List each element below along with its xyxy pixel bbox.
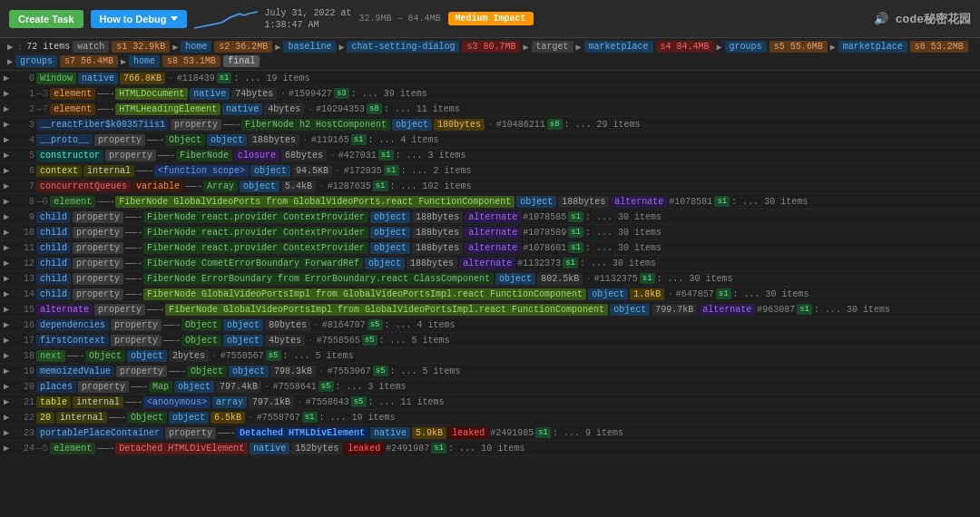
table-row[interactable]: ▶ 10 child property ——→ FiberNode react.… xyxy=(0,225,980,240)
key-label: Window xyxy=(36,73,76,84)
row-expand-icon[interactable]: ▶ xyxy=(4,165,13,176)
row-expand-icon[interactable]: ▶ xyxy=(4,73,13,83)
key-label: alternate xyxy=(36,304,93,316)
id-tag: #1132373 xyxy=(517,258,561,268)
row-expand-icon[interactable]: ▶ xyxy=(4,319,13,330)
nav-baseline[interactable]: baseline xyxy=(283,41,336,53)
table-row[interactable]: ▶ 5 constructor property ——→ FiberNode c… xyxy=(0,148,980,163)
nav-s8[interactable]: s8 53.1MB xyxy=(162,55,220,67)
node-class: <anonymous> xyxy=(143,396,211,408)
plus-tag: s1 xyxy=(563,258,578,268)
detached-tag: Detached HTMLDivElement xyxy=(236,427,368,439)
row-expand-icon[interactable]: ▶ xyxy=(4,350,13,361)
table-row[interactable]: ▶ 23 portablePlaceContainer property ——→… xyxy=(0,425,980,441)
row-expand-icon[interactable]: ▶ xyxy=(4,396,13,407)
table-row[interactable]: ▶ 15 alternate property ——→ FiberNode Gl… xyxy=(0,302,980,317)
id-tag: #647857 xyxy=(676,289,714,299)
type-label: property xyxy=(111,319,162,331)
table-row[interactable]: ▶ 12 child property ——→ FiberNode CometE… xyxy=(0,256,980,271)
nav-s2[interactable]: s2 36.2MB xyxy=(214,41,272,53)
size-tag: 5.4kB xyxy=(281,180,316,192)
nav-home[interactable]: home xyxy=(181,41,211,53)
nav-groups1[interactable]: groups xyxy=(725,41,767,53)
row-expand-icon[interactable]: ▶ xyxy=(4,196,13,207)
node-class: FiberNode GlobalVideoPorts from GlobalVi… xyxy=(115,196,514,208)
row-expand-icon[interactable]: ▶ xyxy=(4,366,13,376)
table-row[interactable]: ▶ 6 context internal ——→ <function scope… xyxy=(0,163,980,179)
nav-watch[interactable]: watch xyxy=(73,41,109,53)
table-row[interactable]: ▶ 20 places property ——→ Map object 797.… xyxy=(0,379,980,395)
row-expand-icon[interactable]: ▶ xyxy=(4,273,13,284)
table-row[interactable]: ▶ 4 __proto__ property ——→ Object object… xyxy=(0,132,980,148)
nav-s4[interactable]: s4 84.4MB xyxy=(656,41,714,53)
nav-chat-setting[interactable]: chat-setting-dialog xyxy=(347,41,459,53)
how-to-debug-button[interactable]: How to Debug xyxy=(91,10,187,28)
table-row[interactable]: ▶ 18 next ——→ Object object 2bytes · #75… xyxy=(0,348,980,364)
nav-s1[interactable]: s1 32.9kB xyxy=(112,41,170,53)
nav-marketplace1[interactable]: marketplace xyxy=(584,41,653,53)
id-tag: #2491987 xyxy=(386,444,429,454)
row-expand-icon[interactable]: ▶ xyxy=(4,150,13,161)
row-expand-icon[interactable]: ▶ xyxy=(4,88,13,99)
key-label: child xyxy=(36,273,71,285)
nav-target[interactable]: target xyxy=(532,41,573,53)
table-row[interactable]: ▶ 3 __reactFiber$k00357iis1 property ——→… xyxy=(0,117,980,132)
nav-s3[interactable]: s3 80.7MB xyxy=(462,41,520,53)
plus-tag: s3 xyxy=(334,88,349,99)
type-tag: object xyxy=(127,350,167,362)
create-task-button[interactable]: Create Task xyxy=(9,10,83,28)
id-tag: #7558641 xyxy=(273,382,317,392)
nav-s5[interactable]: s5 55.6MB xyxy=(769,41,828,53)
type-tag: object xyxy=(223,335,263,346)
nav-home2[interactable]: home xyxy=(129,55,160,67)
nav-s6[interactable]: s6 53.2MB xyxy=(910,41,968,53)
table-row[interactable]: ▶ 11 child property ——→ FiberNode react.… xyxy=(0,240,980,256)
key-label: portablePlaceContainer xyxy=(36,427,163,439)
row-expand-icon[interactable]: ▶ xyxy=(4,258,13,268)
size-tag: 799.7kB xyxy=(652,304,697,316)
plus-tag: s1 xyxy=(302,412,318,423)
row-expand-icon[interactable]: ▶ xyxy=(4,381,13,392)
row-expand-icon[interactable]: ▶ xyxy=(4,211,13,222)
table-row[interactable]: ▶ 24 —5 element ——→ Detached HTMLDivElem… xyxy=(0,441,980,456)
nav-s7[interactable]: s7 56.4MB xyxy=(60,55,118,67)
nav-marketplace2[interactable]: marketplace xyxy=(838,41,907,53)
nav-groups2[interactable]: groups xyxy=(15,55,57,67)
table-row[interactable]: ▶ 14 child property ——→ FiberNode Global… xyxy=(0,287,980,302)
table-row[interactable]: ▶ 2 —7 element ——→ HTMLHeadingElement na… xyxy=(0,102,980,117)
table-row[interactable]: ▶ 0 Window native 766.8KB · #118439 s1 :… xyxy=(0,71,980,86)
row-expand-icon[interactable]: ▶ xyxy=(4,103,13,114)
type-tag: object xyxy=(365,258,405,269)
row-expand-icon[interactable]: ▶ xyxy=(4,427,13,438)
type-label: property xyxy=(78,381,129,393)
table-row[interactable]: ▶ 16 dependencies property ——→ Object ob… xyxy=(0,317,980,333)
table-row[interactable]: ▶ 1 —3 element ——→ HTMLDocument native 7… xyxy=(0,86,980,102)
row-expand-icon[interactable]: ▶ xyxy=(4,288,13,299)
type-tag: native xyxy=(370,427,410,439)
row-expand-icon[interactable]: ▶ xyxy=(4,304,13,315)
row-expand-icon[interactable]: ▶ xyxy=(4,412,13,423)
plus-tag: s5 xyxy=(266,350,281,361)
plus-tag: s5 xyxy=(362,335,377,346)
row-expand-icon[interactable]: ▶ xyxy=(4,443,13,454)
row-expand-icon[interactable]: ▶ xyxy=(4,119,13,130)
table-row[interactable]: ▶ 22 20 internal ——→ Object object 6.5kB… xyxy=(0,410,980,425)
row-expand-icon[interactable]: ▶ xyxy=(4,180,13,191)
table-row[interactable]: ▶ 19 memoizedValue property ——→ Object o… xyxy=(0,364,980,379)
node-class: Object xyxy=(85,350,125,362)
node-class: FiberNode h2 HostComponent xyxy=(241,119,390,131)
row-expand-icon[interactable]: ▶ xyxy=(4,227,13,238)
alt-tag: alternate xyxy=(465,227,521,239)
table-row[interactable]: ▶ 7 concurrentQueues variable ——→ Array … xyxy=(0,179,980,194)
table-row[interactable]: ▶ 8 —0 element ——→ FiberNode GlobalVideo… xyxy=(0,194,980,210)
row-expand-icon[interactable]: ▶ xyxy=(4,242,13,253)
table-row[interactable]: ▶ 13 child property ——→ FiberNode ErrorB… xyxy=(0,271,980,287)
table-row[interactable]: ▶ 21 table internal ——→ <anonymous> arra… xyxy=(0,395,980,410)
table-row[interactable]: ▶ 9 child property ——→ FiberNode react.p… xyxy=(0,210,980,225)
nav-final[interactable]: final xyxy=(223,55,260,67)
table-row[interactable]: ▶ 17 firstContext property ——→ Object ob… xyxy=(0,333,980,348)
row-expand-icon[interactable]: ▶ xyxy=(4,134,13,145)
row-expand-icon[interactable]: ▶ xyxy=(4,335,13,346)
nav-expand-icon[interactable]: ▶ xyxy=(7,41,14,53)
key-label: table xyxy=(36,396,71,408)
